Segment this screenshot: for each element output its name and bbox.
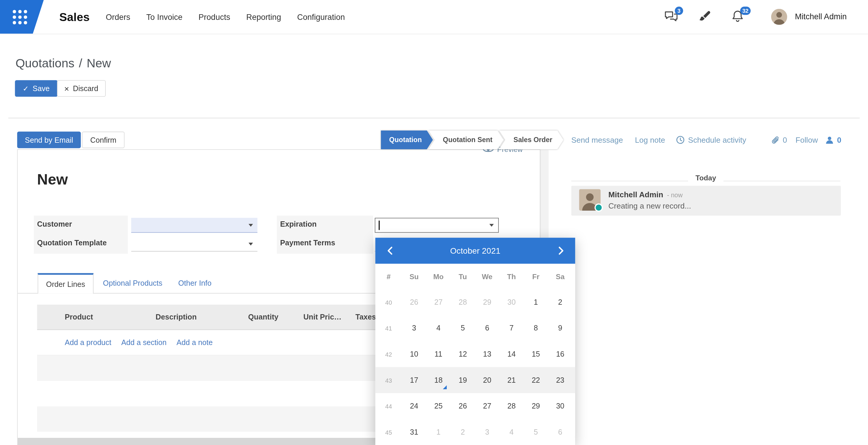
divider xyxy=(571,181,688,181)
log-note-button[interactable]: Log note xyxy=(635,132,665,148)
week-number-header: # xyxy=(375,272,402,281)
menu-orders[interactable]: Orders xyxy=(106,12,130,21)
tab-other-info[interactable]: Other Info xyxy=(178,273,212,294)
schedule-activity-button[interactable]: Schedule activity xyxy=(676,132,746,148)
calendar-day[interactable]: 11 xyxy=(426,341,451,367)
calendar-day[interactable]: 8 xyxy=(524,315,548,341)
calendar-day[interactable]: 27 xyxy=(475,393,499,419)
calendar-day[interactable]: 28 xyxy=(451,289,475,315)
calendar-day[interactable]: 17 xyxy=(402,367,426,393)
calendar-week-row: 44 24 25 26 27 28 29 30 xyxy=(375,393,575,419)
calendar-day[interactable]: 3 xyxy=(475,419,499,445)
menu-reporting[interactable]: Reporting xyxy=(246,12,281,21)
calendar-day[interactable]: 2 xyxy=(548,289,572,315)
calendar-day[interactable]: 26 xyxy=(402,289,426,315)
add-a-section-link[interactable]: Add a section xyxy=(121,338,166,346)
follow-button[interactable]: Follow xyxy=(796,132,818,148)
calendar-day[interactable]: 10 xyxy=(402,341,426,367)
next-month-button[interactable] xyxy=(550,238,572,264)
customer-field[interactable] xyxy=(131,218,257,233)
previous-month-button[interactable] xyxy=(379,238,401,264)
add-a-note-link[interactable]: Add a note xyxy=(177,338,213,346)
save-button[interactable]: ✓ Save xyxy=(15,80,57,97)
calendar-day[interactable]: 29 xyxy=(475,289,499,315)
calendar-day[interactable]: 15 xyxy=(524,341,548,367)
statusbar-step-quotation[interactable]: Quotation xyxy=(381,131,433,149)
user-avatar[interactable] xyxy=(771,9,787,25)
calendar-day[interactable]: 7 xyxy=(499,315,524,341)
chevron-down-icon[interactable] xyxy=(249,224,253,227)
add-a-product-link[interactable]: Add a product xyxy=(65,338,112,346)
calendar-day[interactable]: 31 xyxy=(402,419,426,445)
quotation-template-field[interactable] xyxy=(131,237,257,251)
datepicker-month-title[interactable]: October 2021 xyxy=(450,246,500,255)
calendar-day[interactable]: 4 xyxy=(499,419,524,445)
calendar-day-today[interactable]: 18 xyxy=(426,367,451,393)
calendar-day[interactable]: 1 xyxy=(426,419,451,445)
calendar-day[interactable]: 2 xyxy=(451,419,475,445)
calendar-day[interactable]: 9 xyxy=(548,315,572,341)
calendar-day[interactable]: 4 xyxy=(426,315,451,341)
calendar-day[interactable]: 5 xyxy=(451,315,475,341)
chevron-right-icon xyxy=(558,246,563,255)
calendar-day[interactable]: 5 xyxy=(524,419,548,445)
chevron-down-icon[interactable] xyxy=(249,243,253,245)
calendar-day[interactable]: 3 xyxy=(402,315,426,341)
calendar-day[interactable]: 19 xyxy=(451,367,475,393)
calendar-day[interactable]: 28 xyxy=(499,393,524,419)
close-icon: × xyxy=(64,84,69,93)
calendar-day[interactable]: 29 xyxy=(524,393,548,419)
expiration-label: Expiration xyxy=(280,220,317,229)
followers-button[interactable]: 0 xyxy=(826,132,842,148)
app-name[interactable]: Sales xyxy=(59,0,89,34)
column-description[interactable]: Description xyxy=(145,313,238,321)
statusbar-step-quotation-sent[interactable]: Quotation Sent xyxy=(428,131,503,149)
send-message-button[interactable]: Send message xyxy=(571,132,623,148)
expiration-field[interactable] xyxy=(375,218,499,233)
messages-badge[interactable]: 3 xyxy=(675,6,683,15)
chevron-down-icon[interactable] xyxy=(489,224,494,227)
calendar-day[interactable]: 6 xyxy=(475,315,499,341)
calendar-day[interactable]: 13 xyxy=(475,341,499,367)
calendar-day[interactable]: 22 xyxy=(524,367,548,393)
calendar-week-number: 43 xyxy=(375,377,402,383)
paintbrush-icon[interactable] xyxy=(698,10,711,24)
user-name[interactable]: Mitchell Admin xyxy=(795,0,847,34)
column-unit-price[interactable]: Unit Pric… xyxy=(283,313,346,321)
notifications-badge[interactable]: 32 xyxy=(740,6,751,15)
calendar-day[interactable]: 25 xyxy=(426,393,451,419)
send-by-email-button[interactable]: Send by Email xyxy=(17,132,81,148)
calendar-day[interactable]: 12 xyxy=(451,341,475,367)
attachments-button[interactable]: 0 xyxy=(771,132,787,148)
calendar-day[interactable]: 24 xyxy=(402,393,426,419)
column-quantity[interactable]: Quantity xyxy=(238,313,283,321)
followers-count: 0 xyxy=(837,136,842,144)
quotation-template-label: Quotation Template xyxy=(37,239,106,247)
menu-products[interactable]: Products xyxy=(198,12,230,21)
confirm-button[interactable]: Confirm xyxy=(82,132,125,148)
tab-order-lines[interactable]: Order Lines xyxy=(38,273,94,294)
calendar-day[interactable]: 6 xyxy=(548,419,572,445)
statusbar: Quotation Quotation Sent Sales Order xyxy=(381,131,563,149)
apps-menu-button[interactable] xyxy=(0,0,44,34)
menu-to-invoice[interactable]: To Invoice xyxy=(147,12,183,21)
calendar-day[interactable]: 1 xyxy=(524,289,548,315)
calendar-day[interactable]: 20 xyxy=(475,367,499,393)
paperclip-icon xyxy=(771,135,779,145)
breadcrumb-quotations[interactable]: Quotations xyxy=(16,56,74,70)
calendar-day[interactable]: 21 xyxy=(499,367,524,393)
column-product[interactable]: Product xyxy=(54,313,145,321)
calendar-day[interactable]: 26 xyxy=(451,393,475,419)
discard-button[interactable]: × Discard xyxy=(57,80,105,97)
calendar-day[interactable]: 30 xyxy=(499,289,524,315)
calendar-day[interactable]: 16 xyxy=(548,341,572,367)
calendar-day[interactable]: 30 xyxy=(548,393,572,419)
message-author-name[interactable]: Mitchell Admin xyxy=(608,190,663,199)
statusbar-step-sales-order[interactable]: Sales Order xyxy=(499,131,563,149)
tab-optional-products[interactable]: Optional Products xyxy=(103,273,162,294)
datepicker-popup: October 2021 # Su Mo Tu We Th Fr Sa 40 2… xyxy=(375,238,575,445)
calendar-day[interactable]: 23 xyxy=(548,367,572,393)
menu-configuration[interactable]: Configuration xyxy=(297,12,345,21)
calendar-day[interactable]: 27 xyxy=(426,289,451,315)
calendar-day[interactable]: 14 xyxy=(499,341,524,367)
